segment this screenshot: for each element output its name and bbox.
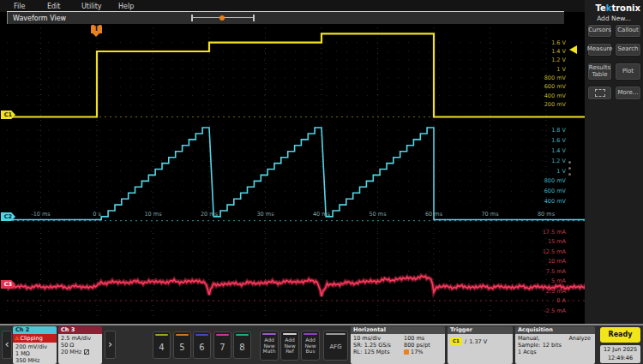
svg-text:50 ms: 50 ms <box>369 211 387 218</box>
svg-text:-2.5 mA: -2.5 mA <box>544 307 566 314</box>
ch2-header: Ch 2 <box>13 326 57 334</box>
svg-text:7.5 mA: 7.5 mA <box>546 268 567 275</box>
ch6-color-stripe <box>195 334 208 336</box>
svg-text:400 mV: 400 mV <box>544 92 567 99</box>
add-new-ref-button[interactable]: Add New Ref <box>280 331 299 361</box>
svg-text:5 mA: 5 mA <box>551 277 567 284</box>
horizontal-resolution: 800 ps/pt <box>404 342 430 349</box>
oscilloscope-screen: File Edit Utility Help Waveform View -10… <box>0 0 643 364</box>
acquisition-sample-bits: Sample: 12 bits <box>518 342 593 349</box>
svg-text:80 ms: 80 ms <box>538 211 556 218</box>
trigger-badge[interactable]: Trigger C1 ∕ 1.37 V <box>448 326 513 364</box>
math-color-stripe <box>262 333 276 335</box>
ch2-clipping-warning: ⚠Clipping <box>13 334 57 343</box>
svg-text:1.4 V: 1.4 V <box>551 48 566 55</box>
trigger-source-chip: C1 <box>450 337 462 345</box>
cursors-button[interactable]: Cursors <box>587 24 612 38</box>
channel-badge-ch3[interactable]: Ch 3 2.5 mA/div 50 Ω 20 MHz <box>58 326 102 364</box>
menu-bar: File Edit Utility Help <box>0 0 643 12</box>
scroll-badges-left-button[interactable]: ‹ <box>2 331 12 359</box>
afg-color-stripe <box>326 333 346 335</box>
svg-text:600 mV: 600 mV <box>544 188 567 194</box>
svg-text:0 A: 0 A <box>556 297 566 304</box>
svg-text:1 V: 1 V <box>556 168 566 175</box>
ch3-impedance: 50 Ω <box>61 342 102 349</box>
menu-utility[interactable]: Utility <box>81 3 102 10</box>
add-new-label: Add New... <box>585 15 643 22</box>
trigger-title: Trigger <box>448 326 513 334</box>
svg-text:17.5 mA: 17.5 mA <box>543 229 567 236</box>
waveform-view-tab[interactable]: Waveform View <box>7 12 564 24</box>
acquisition-count: 1 Acqs <box>518 349 593 355</box>
datetime-display: 12 Jun 2025 12:49:46 <box>600 345 640 363</box>
add-new-math-button[interactable]: Add New Math <box>260 331 279 361</box>
svg-text:2.5 mA: 2.5 mA <box>546 288 567 295</box>
search-button[interactable]: Search <box>615 43 641 57</box>
record-view-scrollbar[interactable] <box>191 15 255 21</box>
waveform-view-title: Waveform View <box>13 15 66 22</box>
warning-icon: ⚠ <box>15 335 19 341</box>
settings-bar: ‹ Ch 2 ⚠Clipping 200 mV/div 1 MΩ 350 MHz… <box>0 324 643 364</box>
scroll-badges-right-button[interactable]: › <box>105 331 116 359</box>
trigger-flag-tip <box>93 33 99 37</box>
results-table-button[interactable]: Results Table <box>587 63 612 81</box>
svg-text:1.6 V: 1.6 V <box>551 39 566 46</box>
afg-button[interactable]: AFG <box>323 331 348 361</box>
menu-help[interactable]: Help <box>118 3 134 10</box>
ready-status-badge: Ready <box>600 327 640 343</box>
horizontal-trigger-position: 17% <box>404 349 430 355</box>
svg-text:800 mV: 800 mV <box>544 75 567 81</box>
draw-a-box-button[interactable] <box>587 86 612 100</box>
channel-4-button[interactable]: 4 <box>153 331 171 359</box>
plot-button[interactable]: Plot <box>615 63 641 81</box>
horizontal-badge[interactable]: Horizontal 10 ms/div SR: 1.25 GS/s RL: 1… <box>351 326 445 364</box>
callout-button[interactable]: Callout <box>615 24 641 38</box>
acquisition-badge[interactable]: Acquisition Manual, Analyze Sample: 12 b… <box>515 326 595 364</box>
ref-color-stripe <box>283 333 297 335</box>
channel-8-button[interactable]: 8 <box>233 331 251 359</box>
ch3-scale: 2.5 mA/div <box>61 335 102 342</box>
svg-text:70 ms: 70 ms <box>481 211 499 218</box>
svg-text:1.4 V: 1.4 V <box>551 147 566 154</box>
svg-text:10 ms: 10 ms <box>144 211 162 218</box>
ch2-impedance: 1 MΩ <box>15 350 57 357</box>
date-value: 12 Jun 2025 <box>600 345 640 354</box>
trigger-position-handle[interactable] <box>219 15 225 21</box>
menu-file[interactable]: File <box>14 3 25 10</box>
svg-text:10 mA: 10 mA <box>548 258 567 265</box>
horizontal-title: Horizontal <box>351 326 445 334</box>
trigger-level-arrow-icon[interactable] <box>569 45 577 54</box>
menu-edit[interactable]: Edit <box>47 3 61 10</box>
time-value: 12:49:46 <box>600 354 640 362</box>
svg-text:0 s: 0 s <box>93 211 101 218</box>
add-new-bus-button[interactable]: Add New Bus <box>301 331 320 361</box>
ch2-bandwidth: 350 MHz <box>15 357 57 364</box>
channel-badge-ch2[interactable]: Ch 2 ⚠Clipping 200 mV/div 1 MΩ 350 MHz <box>13 326 57 364</box>
measure-button[interactable]: Measure <box>587 43 612 57</box>
svg-text:15 mA: 15 mA <box>548 238 567 245</box>
scope-traces: -10 ms0 s10 ms20 ms30 ms40 ms50 ms60 ms7… <box>7 24 585 324</box>
probe-icon <box>84 349 89 355</box>
trigger-level-value: 1.37 V <box>469 338 487 345</box>
more-button[interactable]: More... <box>615 86 641 100</box>
svg-text:12.5 mA: 12.5 mA <box>543 248 567 255</box>
ch7-color-stripe <box>216 334 229 336</box>
acquisition-title: Acquisition <box>515 326 595 334</box>
ch2-scale: 200 mV/div <box>15 343 57 350</box>
svg-text:600 mV: 600 mV <box>544 83 567 90</box>
waveform-display[interactable]: -10 ms0 s10 ms20 ms30 ms40 ms50 ms60 ms7… <box>7 24 585 324</box>
tektronix-logo: Tektronix <box>595 3 640 13</box>
svg-text:1.2 V: 1.2 V <box>551 158 566 164</box>
trigger-position-icon <box>404 349 409 355</box>
svg-text:1 V: 1 V <box>556 66 566 73</box>
svg-text:1.6 V: 1.6 V <box>551 137 566 144</box>
trigger-flag-label: T <box>91 25 102 33</box>
trigger-position-flag[interactable]: T <box>91 25 102 37</box>
channel-7-button[interactable]: 7 <box>213 331 231 359</box>
ch3-bandwidth: 20 MHz <box>61 349 102 355</box>
svg-text:30 ms: 30 ms <box>256 211 274 218</box>
svg-text:800 mV: 800 mV <box>544 177 567 184</box>
channel-6-button[interactable]: 6 <box>193 331 211 359</box>
channel-5-button[interactable]: 5 <box>173 331 191 359</box>
panel-resize-grip[interactable] <box>568 161 572 179</box>
